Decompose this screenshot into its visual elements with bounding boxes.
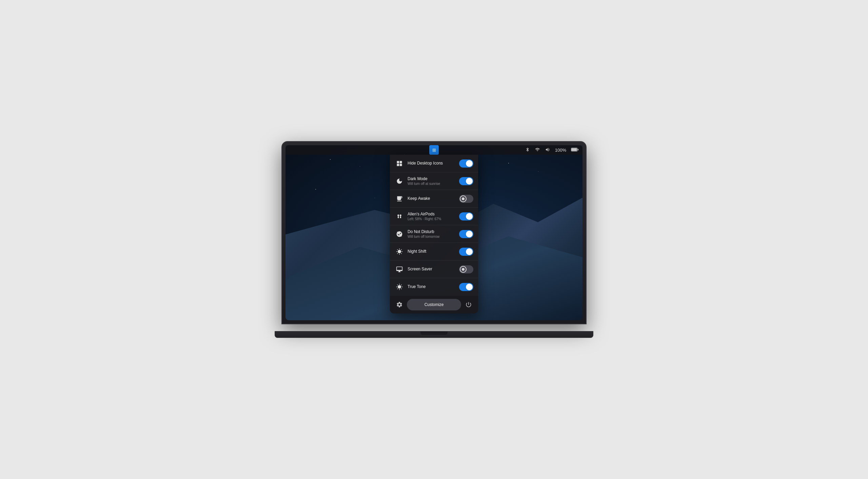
screen-saver-toggle[interactable] — [459, 265, 473, 273]
allens-airpods-toggle[interactable] — [459, 212, 473, 221]
true-tone-toggle-thumb — [466, 284, 473, 290]
night-shift-title: Night Shift — [408, 249, 459, 254]
keep-awake-toggle-thumb — [460, 195, 467, 202]
hide-desktop-icons-toggle-thumb — [466, 160, 473, 167]
menu-item-hide-desktop-icons[interactable]: Hide Desktop Icons — [390, 155, 478, 172]
true-tone-icon — [395, 282, 404, 292]
keep-awake-text: Keep Awake — [408, 196, 459, 202]
screen-saver-text: Screen Saver — [408, 267, 459, 272]
do-not-disturb-subtitle: Will turn off tomorrow — [408, 235, 459, 238]
star — [360, 166, 360, 167]
dark-mode-subtitle: Will turn off at sunrise — [408, 182, 459, 186]
do-not-disturb-title: Do Not Disturb — [408, 229, 459, 235]
bluetooth-icon[interactable] — [525, 147, 530, 153]
menubar: ⊞ — [285, 145, 583, 155]
menu-item-allens-airpods[interactable]: Allen's AirPodsLeft: 58% · Right: 67% — [390, 208, 478, 225]
dark-mode-text: Dark ModeWill turn off at sunrise — [408, 176, 459, 186]
battery-icon — [571, 148, 578, 153]
bottom-bar: Customize — [390, 296, 478, 313]
allens-airpods-subtitle: Left: 58% · Right: 67% — [408, 217, 459, 221]
wifi-icon[interactable] — [535, 147, 540, 153]
svg-rect-1 — [571, 148, 577, 151]
menubar-right: 100% — [525, 147, 578, 153]
svg-point-4 — [400, 214, 401, 216]
settings-icon-button[interactable] — [395, 300, 404, 309]
volume-icon[interactable] — [545, 147, 550, 153]
screen-saver-title: Screen Saver — [408, 267, 459, 272]
dark-mode-icon — [395, 176, 404, 186]
battery-percent: 100% — [555, 148, 566, 153]
star — [315, 189, 316, 190]
allens-airpods-icon — [395, 212, 404, 221]
customize-label: Customize — [425, 302, 444, 307]
power-icon-button[interactable] — [464, 300, 473, 309]
hide-desktop-icons-title: Hide Desktop Icons — [408, 161, 459, 166]
keep-awake-icon — [395, 194, 404, 204]
menu-item-true-tone[interactable]: True Tone — [390, 278, 478, 296]
menu-item-keep-awake[interactable]: Keep Awake — [390, 190, 478, 208]
menu-item-night-shift[interactable]: Night Shift — [390, 243, 478, 261]
star — [375, 198, 375, 198]
true-tone-toggle[interactable] — [459, 283, 473, 291]
dark-mode-toggle[interactable] — [459, 177, 473, 185]
laptop-notch — [420, 331, 448, 335]
dark-mode-toggle-thumb — [466, 178, 473, 185]
dropdown-panel: Hide Desktop IconsDark ModeWill turn off… — [390, 155, 478, 313]
true-tone-title: True Tone — [408, 284, 459, 290]
menu-item-screen-saver[interactable]: Screen Saver — [390, 261, 478, 278]
do-not-disturb-toggle-thumb — [466, 231, 473, 237]
laptop-base — [275, 331, 593, 338]
star — [508, 163, 509, 164]
keep-awake-title: Keep Awake — [408, 196, 459, 202]
do-not-disturb-toggle[interactable] — [459, 230, 473, 238]
night-shift-toggle[interactable] — [459, 248, 473, 256]
svg-rect-2 — [578, 149, 578, 150]
night-shift-icon — [395, 247, 404, 256]
true-tone-text: True Tone — [408, 284, 459, 290]
svg-point-3 — [397, 214, 399, 216]
menu-item-dark-mode[interactable]: Dark ModeWill turn off at sunrise — [390, 172, 478, 190]
hide-desktop-icons-text: Hide Desktop Icons — [408, 161, 459, 166]
do-not-disturb-icon — [395, 229, 404, 239]
screen-saver-toggle-thumb — [460, 266, 467, 273]
allens-airpods-title: Allen's AirPods — [408, 212, 459, 217]
hide-desktop-icons-icon — [395, 159, 404, 168]
app-menubar-icon[interactable]: ⊞ — [429, 145, 439, 155]
customize-button[interactable]: Customize — [407, 299, 461, 310]
app-icon-symbol: ⊞ — [432, 148, 436, 153]
star — [538, 171, 538, 172]
night-shift-text: Night Shift — [408, 249, 459, 254]
screen-saver-icon — [395, 265, 404, 274]
allens-airpods-text: Allen's AirPodsLeft: 58% · Right: 67% — [408, 212, 459, 221]
screen: ⊞ — [285, 145, 583, 320]
menu-item-do-not-disturb[interactable]: Do Not DisturbWill turn off tomorrow — [390, 225, 478, 243]
laptop-wrapper: ⊞ — [281, 141, 587, 338]
allens-airpods-toggle-thumb — [466, 213, 473, 220]
hide-desktop-icons-toggle[interactable] — [459, 159, 473, 168]
night-shift-toggle-thumb — [466, 248, 473, 255]
keep-awake-toggle[interactable] — [459, 195, 473, 203]
do-not-disturb-text: Do Not DisturbWill turn off tomorrow — [408, 229, 459, 239]
star — [330, 159, 331, 160]
laptop-body: ⊞ — [281, 141, 587, 324]
dark-mode-title: Dark Mode — [408, 176, 459, 182]
